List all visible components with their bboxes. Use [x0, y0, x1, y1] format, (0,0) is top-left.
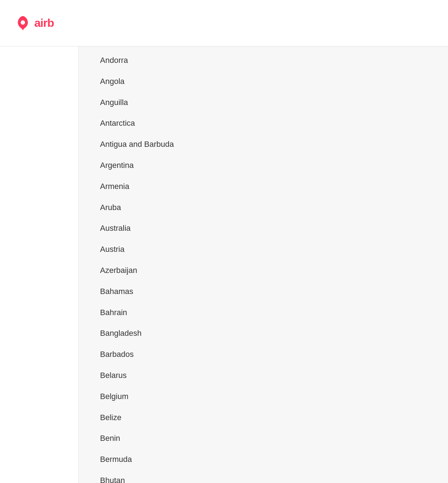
logo-container[interactable]: airb [14, 15, 54, 32]
list-item[interactable]: Antarctica [79, 113, 448, 134]
header: airb [0, 0, 448, 46]
list-item[interactable]: Azerbaijan [79, 260, 448, 281]
list-item[interactable]: Bhutan [79, 470, 448, 483]
list-item[interactable]: Bangladesh [79, 323, 448, 344]
list-item[interactable]: Antigua and Barbuda [79, 134, 448, 155]
list-item[interactable]: Andorra [79, 50, 448, 71]
list-item[interactable]: Bermuda [79, 449, 448, 470]
list-item[interactable]: Australia [79, 218, 448, 239]
list-item[interactable]: Belize [79, 407, 448, 428]
list-item[interactable]: Barbados [79, 344, 448, 365]
airbnb-logo-icon [14, 15, 31, 32]
list-item[interactable]: Bahamas [79, 281, 448, 302]
list-item[interactable]: Bahrain [79, 302, 448, 323]
list-item[interactable]: Argentina [79, 155, 448, 176]
list-item[interactable]: Angola [79, 71, 448, 92]
list-item[interactable]: Austria [79, 239, 448, 260]
main-content: AndorraAngolaAnguillaAntarcticaAntigua a… [79, 46, 448, 483]
list-item[interactable]: Armenia [79, 176, 448, 197]
list-item[interactable]: Belgium [79, 386, 448, 407]
logo-text: airb [34, 16, 54, 30]
list-item[interactable]: Benin [79, 428, 448, 449]
sidebar [0, 0, 79, 483]
list-item[interactable]: Belarus [79, 365, 448, 386]
list-item[interactable]: Aruba [79, 197, 448, 218]
list-item[interactable]: Anguilla [79, 92, 448, 113]
country-list: AndorraAngolaAnguillaAntarcticaAntigua a… [79, 46, 448, 483]
